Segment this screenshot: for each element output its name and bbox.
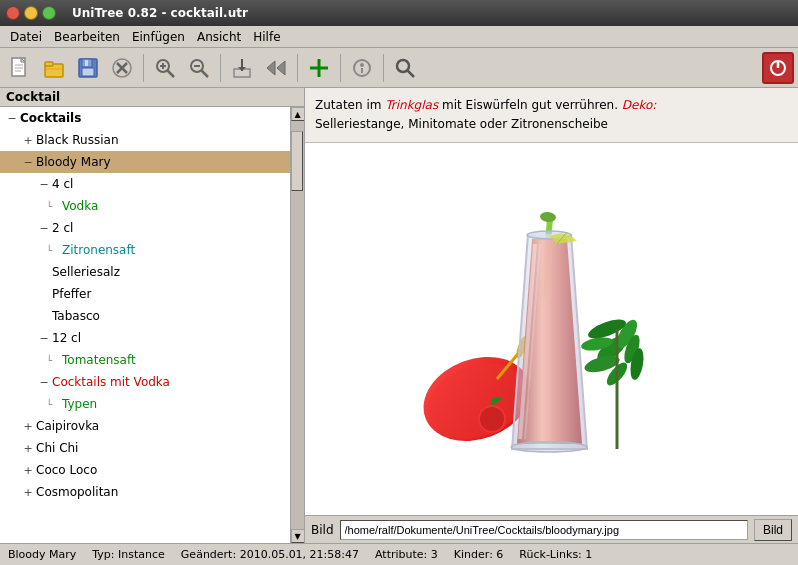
- tree-item-typen[interactable]: └ Typen: [0, 393, 290, 415]
- new-file-button[interactable]: [4, 52, 36, 84]
- label-vodka: Vodka: [62, 199, 98, 213]
- toggle-vodka: [54, 198, 62, 214]
- svg-rect-11: [85, 60, 88, 66]
- scroll-down-button[interactable]: ▼: [291, 529, 305, 543]
- toggle-2cl[interactable]: −: [36, 220, 52, 236]
- status-type: Typ: Instance: [92, 548, 165, 561]
- image-bar-label: Bild: [311, 523, 334, 537]
- export-button[interactable]: [226, 52, 258, 84]
- highlight-deko: Deko:: [622, 98, 657, 112]
- tree-item-4cl[interactable]: − 4 cl: [0, 173, 290, 195]
- toolbar: [0, 48, 798, 88]
- connector-zitronensaft: └: [44, 245, 54, 256]
- label-caipirovka: Caipirovka: [36, 419, 99, 433]
- svg-line-20: [201, 70, 208, 77]
- tree-item-pfeffer[interactable]: Pfeffer: [0, 283, 290, 305]
- minimize-button[interactable]: [24, 6, 38, 20]
- tree-item-cocktails[interactable]: − Cocktails: [0, 107, 290, 129]
- tree-item-cosmopolitan[interactable]: + Cosmopolitan: [0, 481, 290, 503]
- quit-button[interactable]: [762, 52, 794, 84]
- label-bloody-mary: Bloody Mary: [36, 155, 111, 169]
- find-button[interactable]: [389, 52, 421, 84]
- tree-scroll-area[interactable]: − Cocktails + Black Russian − Bloody Mar…: [0, 107, 290, 543]
- menubar: Datei Bearbeiten Einfügen Ansicht Hilfe: [0, 26, 798, 48]
- menu-bearbeiten[interactable]: Bearbeiten: [48, 28, 126, 46]
- right-panel: Zutaten im Trinkglas mit Eiswürfeln gut …: [305, 88, 798, 543]
- toggle-coco-loco[interactable]: +: [20, 462, 36, 478]
- menu-einfuegen[interactable]: Einfügen: [126, 28, 191, 46]
- tree-item-vodka[interactable]: └ Vodka: [0, 195, 290, 217]
- navigate-button[interactable]: [260, 52, 292, 84]
- tree-item-12cl[interactable]: − 12 cl: [0, 327, 290, 349]
- zoom-in-button[interactable]: [149, 52, 181, 84]
- toggle-cocktails[interactable]: −: [4, 110, 20, 126]
- tree-item-zitronensaft[interactable]: └ Zitronensaft: [0, 239, 290, 261]
- delete-button[interactable]: [106, 52, 138, 84]
- statusbar: Bloody Mary Typ: Instance Geändert: 2010…: [0, 543, 798, 565]
- image-path-input[interactable]: [340, 520, 748, 540]
- image-path-bar: Bild Bild: [305, 515, 798, 543]
- svg-rect-6: [45, 62, 53, 66]
- tree-item-tabasco[interactable]: Tabasco: [0, 305, 290, 327]
- status-backlinks: Rück-Links: 1: [519, 548, 592, 561]
- label-typen: Typen: [62, 397, 97, 411]
- svg-rect-10: [82, 68, 94, 76]
- label-black-russian: Black Russian: [36, 133, 118, 147]
- svg-point-31: [360, 63, 364, 67]
- label-cocktails: Cocktails: [20, 111, 81, 125]
- menu-ansicht[interactable]: Ansicht: [191, 28, 247, 46]
- svg-point-60: [480, 407, 504, 431]
- separator-3: [297, 54, 298, 82]
- maximize-button[interactable]: [42, 6, 56, 20]
- toggle-4cl[interactable]: −: [36, 176, 52, 192]
- tree-item-2cl[interactable]: − 2 cl: [0, 217, 290, 239]
- svg-line-16: [167, 70, 174, 77]
- menu-hilfe[interactable]: Hilfe: [247, 28, 286, 46]
- separator-5: [383, 54, 384, 82]
- tree-item-coco-loco[interactable]: + Coco Loco: [0, 459, 290, 481]
- tree-item-caipirovka[interactable]: + Caipirovka: [0, 415, 290, 437]
- save-button[interactable]: [72, 52, 104, 84]
- zoom-out-button[interactable]: [183, 52, 215, 84]
- tree-item-chi-chi[interactable]: + Chi Chi: [0, 437, 290, 459]
- toggle-bloody-mary[interactable]: −: [20, 154, 36, 170]
- toggle-black-russian[interactable]: +: [20, 132, 36, 148]
- toggle-caipirovka[interactable]: +: [20, 418, 36, 434]
- tree-item-cocktails-vodka[interactable]: − Cocktails mit Vodka: [0, 371, 290, 393]
- toggle-12cl[interactable]: −: [36, 330, 52, 346]
- toggle-zitronensaft: [54, 242, 62, 258]
- image-browse-button[interactable]: Bild: [754, 519, 792, 541]
- label-zitronensaft: Zitronensaft: [62, 243, 135, 257]
- label-pfeffer: Pfeffer: [52, 287, 91, 301]
- tree-item-black-russian[interactable]: + Black Russian: [0, 129, 290, 151]
- tree-item-bloody-mary[interactable]: − Bloody Mary: [0, 151, 290, 173]
- vertical-scrollbar[interactable]: ▲ ▼: [290, 107, 304, 543]
- tree-item-tomatensaft[interactable]: └ Tomatensaft: [0, 349, 290, 371]
- label-selleriesalz: Selleriesalz: [52, 265, 120, 279]
- label-tabasco: Tabasco: [52, 309, 100, 323]
- highlight-trinkglas: Trinkglas: [385, 98, 438, 112]
- properties-button[interactable]: [346, 52, 378, 84]
- toggle-cocktails-vodka[interactable]: −: [36, 374, 52, 390]
- status-changed: Geändert: 2010.05.01, 21:58:47: [181, 548, 359, 561]
- open-file-button[interactable]: [38, 52, 70, 84]
- status-name: Bloody Mary: [8, 548, 76, 561]
- close-button[interactable]: [6, 6, 20, 20]
- menu-datei[interactable]: Datei: [4, 28, 48, 46]
- toggle-tomatensaft: [54, 352, 62, 368]
- label-coco-loco: Coco Loco: [36, 463, 97, 477]
- label-cosmopolitan: Cosmopolitan: [36, 485, 118, 499]
- scroll-up-button[interactable]: ▲: [291, 107, 305, 121]
- toggle-chi-chi[interactable]: +: [20, 440, 36, 456]
- connector-vodka: └: [44, 201, 54, 212]
- separator-1: [143, 54, 144, 82]
- tree-item-selleriesalz[interactable]: Selleriesalz: [0, 261, 290, 283]
- scroll-track[interactable]: [291, 121, 304, 529]
- add-node-button[interactable]: [303, 52, 335, 84]
- label-12cl: 12 cl: [52, 331, 81, 345]
- window-controls[interactable]: [6, 6, 56, 20]
- scroll-thumb[interactable]: [291, 131, 303, 191]
- toggle-cosmopolitan[interactable]: +: [20, 484, 36, 500]
- svg-line-34: [408, 70, 415, 77]
- toggle-typen: [54, 396, 62, 412]
